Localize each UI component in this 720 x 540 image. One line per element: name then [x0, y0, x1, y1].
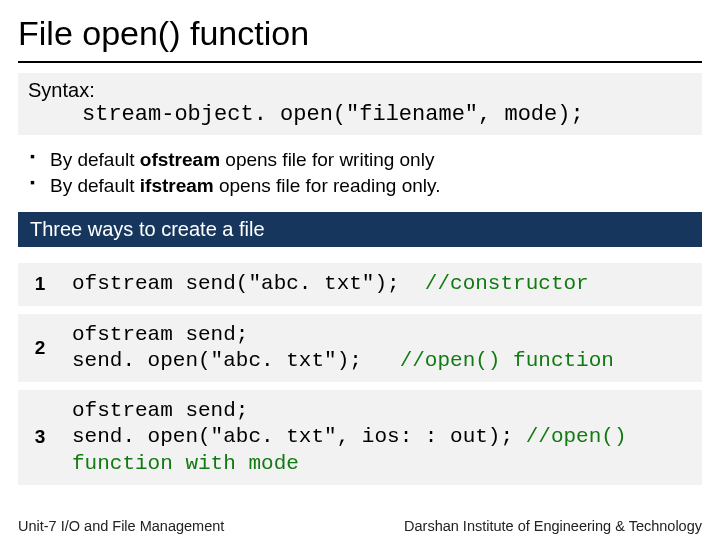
bullet-text-post: opens file for writing only [220, 149, 434, 170]
slide-container: File open() function Syntax: stream-obje… [0, 0, 720, 540]
bullet-text-pre: By default [50, 175, 140, 196]
row-number: 1 [18, 263, 62, 305]
table-row: 3 ofstream send; send. open("abc. txt", … [18, 390, 702, 485]
row-code: ofstream send; send. open("abc. txt", io… [62, 390, 702, 485]
examples-table: 1 ofstream send("abc. txt"); //construct… [18, 255, 702, 493]
table-row: 2 ofstream send; send. open("abc. txt");… [18, 314, 702, 383]
subheading-bar: Three ways to create a file [18, 212, 702, 247]
code-main: ofstream send; send. open("abc. txt"); [72, 323, 400, 372]
bullet-bold: ifstream [140, 175, 214, 196]
bullet-item: By default ifstream opens file for readi… [30, 173, 702, 199]
footer: Unit-7 I/O and File Management Darshan I… [0, 518, 720, 534]
row-code: ofstream send("abc. txt"); //constructor [62, 263, 702, 305]
bullet-text-pre: By default [50, 149, 140, 170]
code-comment: //open() function [400, 349, 614, 372]
syntax-label: Syntax: [28, 79, 692, 102]
row-code: ofstream send; send. open("abc. txt"); /… [62, 314, 702, 383]
row-number: 3 [18, 390, 62, 485]
table-row: 1 ofstream send("abc. txt"); //construct… [18, 263, 702, 305]
bullet-bold: ofstream [140, 149, 220, 170]
bullet-list: By default ofstream opens file for writi… [30, 147, 702, 198]
footer-left: Unit-7 I/O and File Management [18, 518, 224, 534]
code-comment: //constructor [425, 272, 589, 295]
slide-title: File open() function [18, 14, 702, 63]
syntax-box: Syntax: stream-object. open("filename", … [18, 73, 702, 135]
footer-right: Darshan Institute of Engineering & Techn… [404, 518, 702, 534]
bullet-text-post: opens file for reading only. [214, 175, 441, 196]
code-main: ofstream send("abc. txt"); [72, 272, 425, 295]
code-main: ofstream send; send. open("abc. txt", io… [72, 399, 526, 448]
syntax-code: stream-object. open("filename", mode); [28, 102, 692, 127]
row-number: 2 [18, 314, 62, 383]
bullet-item: By default ofstream opens file for writi… [30, 147, 702, 173]
